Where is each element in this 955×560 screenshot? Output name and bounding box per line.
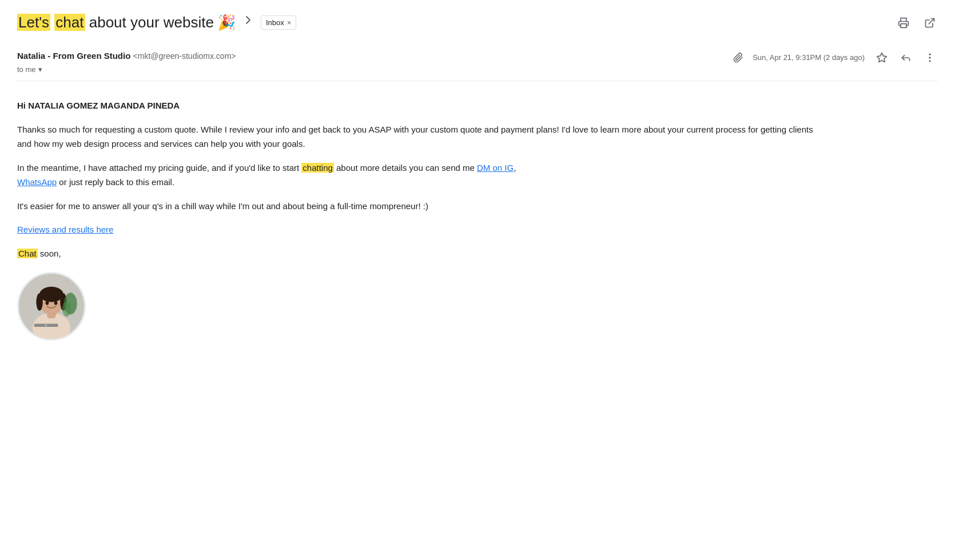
- greeting-text: Hi NATALIA GOMEZ MAGANDA PINEDA: [17, 98, 818, 113]
- paragraph-3: It's easier for me to answer all your q'…: [17, 199, 818, 214]
- reviews-results-link[interactable]: Reviews and results here: [17, 225, 113, 234]
- subject-left: Let's chat about your website 🎉 Inbox ×: [17, 11, 296, 34]
- sender-avatar: [17, 272, 86, 341]
- subject-text: Let's chat about your website: [17, 11, 214, 34]
- subject-row: Let's chat about your website 🎉 Inbox ×: [17, 11, 938, 39]
- chat-soon-para: Chat soon,: [17, 246, 818, 261]
- forward-icon: [241, 13, 255, 32]
- sender-name: Natalia - From Green Studio: [17, 51, 130, 61]
- sender-info: Natalia - From Green Studio <mkt@green-s…: [17, 50, 236, 75]
- svg-point-4: [929, 57, 930, 58]
- svg-point-11: [36, 293, 42, 310]
- svg-point-10: [39, 287, 63, 302]
- para2-before: In the meantime, I have attached my pric…: [17, 163, 301, 173]
- whatsapp-link[interactable]: WhatsApp: [17, 177, 57, 187]
- para2-highlight-chatting: chatting: [301, 163, 334, 173]
- para2-comma: ,: [514, 163, 516, 173]
- reviews-link-para: Reviews and results here: [17, 222, 818, 237]
- to-me-row[interactable]: to me ▾: [17, 64, 236, 75]
- to-me-dropdown-icon[interactable]: ▾: [38, 64, 42, 75]
- paragraph-2: In the meantime, I have attached my pric…: [17, 161, 818, 190]
- email-container: Let's chat about your website 🎉 Inbox ×: [0, 0, 955, 358]
- para2-after: or just reply back to this email.: [57, 177, 174, 187]
- sender-email: <mkt@green-studiomx.com>: [133, 51, 236, 61]
- email-date: Sun, Apr 21, 9:31PM (2 days ago): [753, 52, 865, 63]
- popout-button[interactable]: [922, 15, 938, 31]
- sender-meta: Sun, Apr 21, 9:31PM (2 days ago): [733, 50, 938, 66]
- paragraph-1: Thanks so much for requesting a custom q…: [17, 122, 818, 151]
- svg-point-14: [45, 324, 47, 326]
- subject-highlight-lets: Let's: [17, 14, 50, 31]
- inbox-close-button[interactable]: ×: [287, 17, 292, 29]
- subject-right-icons: [896, 15, 938, 31]
- chat-soon-highlight: Chat: [17, 249, 38, 258]
- svg-line-1: [929, 18, 934, 23]
- more-options-button[interactable]: [922, 50, 938, 66]
- inbox-label: Inbox: [266, 17, 284, 29]
- sender-row: Natalia - From Green Studio <mkt@green-s…: [17, 50, 938, 81]
- svg-marker-2: [877, 53, 887, 62]
- chat-soon-rest: soon,: [38, 249, 61, 258]
- email-subject-title: Let's chat about your website 🎉: [17, 11, 236, 34]
- svg-point-18: [62, 301, 71, 317]
- dm-on-ig-link[interactable]: DM on IG: [477, 163, 514, 173]
- email-body: Hi NATALIA GOMEZ MAGANDA PINEDA Thanks s…: [17, 93, 818, 346]
- meta-icons: [874, 50, 938, 66]
- svg-point-3: [929, 54, 930, 55]
- reply-button[interactable]: [898, 50, 914, 66]
- inbox-badge[interactable]: Inbox ×: [261, 15, 296, 30]
- attachment-indicator: [733, 53, 743, 63]
- subject-highlight-chat: chat: [54, 14, 85, 31]
- svg-point-5: [929, 61, 930, 62]
- sender-name-line: Natalia - From Green Studio <mkt@green-s…: [17, 50, 236, 63]
- print-button[interactable]: [896, 15, 912, 31]
- subject-emoji: 🎉: [217, 11, 236, 34]
- to-me-label: to me: [17, 64, 36, 75]
- svg-rect-0: [901, 23, 906, 27]
- para2-middle: about more details you can send me: [334, 163, 477, 173]
- svg-point-16: [54, 301, 58, 305]
- star-button[interactable]: [874, 50, 890, 66]
- svg-point-15: [46, 301, 49, 305]
- subject-rest: about your website: [89, 14, 214, 31]
